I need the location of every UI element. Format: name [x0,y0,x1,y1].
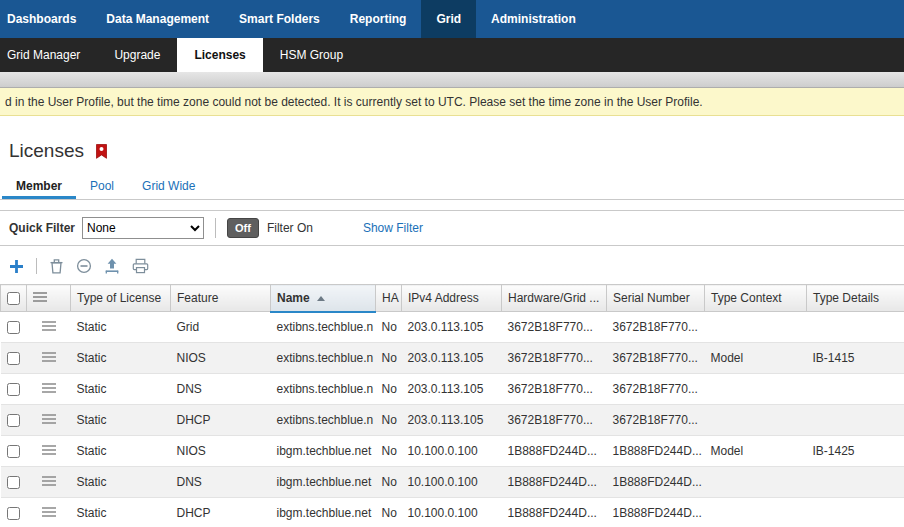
cell-serial: 3672B18F770... [607,343,705,374]
row-checkbox[interactable] [7,476,20,489]
select-all-checkbox[interactable] [7,292,20,305]
table-row[interactable]: Static DNS extibns.techblue.n No 203.0.1… [1,374,904,405]
table-row[interactable]: Static DNS ibgm.techblue.net No 10.100.0… [1,467,904,498]
col-feature[interactable]: Feature [171,285,271,312]
row-checkbox[interactable] [7,352,20,365]
row-menu-icon[interactable] [42,507,56,517]
cell-type-of-license: Static [71,467,171,498]
row-menu-icon[interactable] [42,414,56,424]
cell-serial: 3672B18F770... [607,405,705,436]
bookmark-icon[interactable] [95,144,108,159]
row-menu-icon[interactable] [42,476,56,486]
tab-member[interactable]: Member [2,174,76,199]
nav-dashboards[interactable]: Dashboards [0,0,91,38]
cell-hardware: 3672B18F770... [502,343,607,374]
table-row[interactable]: Static NIOS ibgm.techblue.net No 10.100.… [1,436,904,467]
row-checkbox-cell [1,343,27,374]
quick-filter-select[interactable]: None [82,217,204,239]
delete-icon[interactable] [49,258,64,274]
filter-toggle-button[interactable]: Off [227,218,259,238]
cell-name: ibgm.techblue.net [271,436,376,467]
upload-icon[interactable] [104,258,120,274]
table-row[interactable]: Static Grid extibns.techblue.n No 203.0.… [1,312,904,343]
cell-ipv4: 10.100.0.100 [402,498,502,527]
row-menu-icon[interactable] [42,321,56,331]
row-menu-icon[interactable] [42,352,56,362]
col-ha[interactable]: HA [376,285,402,312]
cell-type-context: Model [705,343,807,374]
tab-pool[interactable]: Pool [76,174,128,199]
nav-smart-folders[interactable]: Smart Folders [224,0,335,38]
row-checkbox[interactable] [7,445,20,458]
header-menu-icon[interactable] [33,292,47,302]
cell-type-details [807,405,904,436]
table-row[interactable]: Static DHCP ibgm.techblue.net No 10.100.… [1,498,904,527]
nav-administration[interactable]: Administration [476,0,591,38]
row-menu-icon[interactable] [42,445,56,455]
add-icon[interactable] [9,259,24,274]
show-filter-link[interactable]: Show Filter [363,221,423,235]
title-row: Licenses [9,140,904,162]
view-tabs: Member Pool Grid Wide [0,174,904,200]
col-type-context[interactable]: Type Context [705,285,807,312]
cell-name: ibgm.techblue.net [271,467,376,498]
grid-sub-nav: Grid Manager Upgrade Licenses HSM Group [0,38,904,72]
cell-type-of-license: Static [71,312,171,343]
row-menu-cell [27,498,71,527]
cell-type-details [807,498,904,527]
cell-serial: 1B888FD244D... [607,436,705,467]
header-menu-cell [27,285,71,312]
row-menu-cell [27,467,71,498]
nav-grid[interactable]: Grid [421,0,476,38]
row-menu-cell [27,436,71,467]
row-checkbox[interactable] [7,507,20,520]
nav-data-management[interactable]: Data Management [91,0,224,38]
cell-type-context [705,467,807,498]
nav-reporting[interactable]: Reporting [335,0,422,38]
toolbar-strip [0,72,904,88]
table-row[interactable]: Static NIOS extibns.techblue.n No 203.0.… [1,343,904,374]
cell-type-details [807,312,904,343]
subnav-grid-manager[interactable]: Grid Manager [0,38,97,72]
row-checkbox[interactable] [7,414,20,427]
subnav-licenses[interactable]: Licenses [177,38,262,72]
toolbar-divider [36,258,37,274]
cell-feature: NIOS [171,343,271,374]
subnav-upgrade[interactable]: Upgrade [97,38,177,72]
cell-serial: 1B888FD244D... [607,467,705,498]
cell-type-details: IB-1415 [807,343,904,374]
cell-ipv4: 203.0.113.105 [402,405,502,436]
col-type-of-license[interactable]: Type of License [71,285,171,312]
cell-ipv4: 203.0.113.105 [402,374,502,405]
row-checkbox-cell [1,405,27,436]
banner-text: d in the User Profile, but the time zone… [5,95,703,109]
col-name-label: Name [277,291,310,305]
col-serial-number[interactable]: Serial Number [607,285,705,312]
col-ipv4-address[interactable]: IPv4 Address [402,285,502,312]
row-checkbox[interactable] [7,321,20,334]
table-header-row: Type of License Feature Name HA IPv4 Add… [1,285,904,312]
table-row[interactable]: Static DHCP extibns.techblue.n No 203.0.… [1,405,904,436]
cell-ha: No [376,374,402,405]
cell-type-details [807,467,904,498]
print-icon[interactable] [132,258,149,274]
cell-type-details: IB-1425 [807,436,904,467]
sort-ascending-icon [317,296,325,301]
cell-feature: DNS [171,374,271,405]
row-menu-cell [27,312,71,343]
cell-hardware: 1B888FD244D... [502,467,607,498]
cell-feature: DHCP [171,498,271,527]
filter-divider [215,218,216,238]
cell-ha: No [376,467,402,498]
col-hardware-grid[interactable]: Hardware/Grid ... [502,285,607,312]
tab-grid-wide[interactable]: Grid Wide [128,174,209,199]
disable-icon[interactable] [76,258,92,274]
row-checkbox[interactable] [7,383,20,396]
row-menu-icon[interactable] [42,383,56,393]
col-type-details[interactable]: Type Details [807,285,904,312]
page-title: Licenses [9,140,84,162]
cell-feature: DHCP [171,405,271,436]
col-name[interactable]: Name [271,285,376,312]
subnav-hsm-group[interactable]: HSM Group [263,38,360,72]
cell-name: extibns.techblue.n [271,374,376,405]
